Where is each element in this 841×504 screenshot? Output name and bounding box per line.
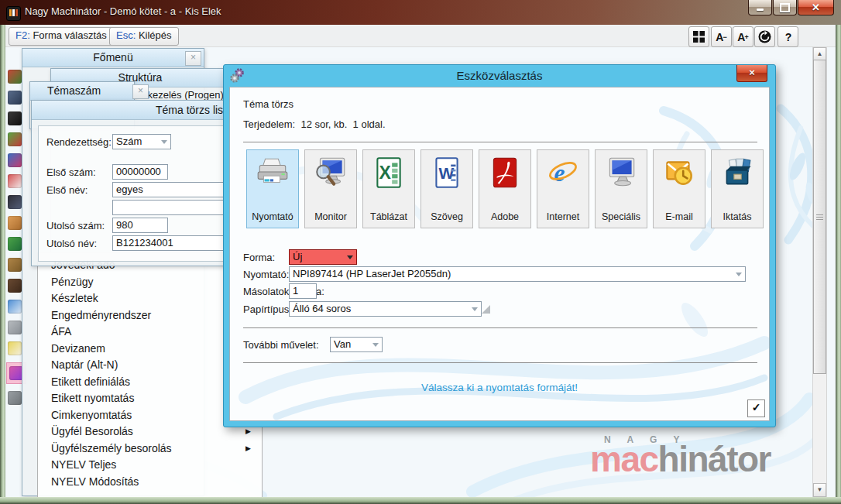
dialog-eszkozvalasztas: Eszközválasztás × Téma törzs Terjedelem:… [223, 64, 776, 427]
chevron-down-icon [347, 255, 353, 262]
application-window: Főmenü × Struktúra at kezelés (Progen) T… [0, 0, 841, 504]
minimize-icon [757, 9, 764, 11]
device-label: Iktatás [712, 211, 763, 222]
temaszam-titlebar[interactable]: Témaszám [30, 82, 134, 101]
device-excel-button[interactable]: XTáblázat [362, 149, 415, 228]
minimize-button[interactable] [748, 0, 772, 15]
elso-szam-input[interactable]: 00000000 [112, 164, 168, 180]
device-label: Internet [537, 211, 589, 222]
vertical-scrollbar[interactable]: ▲ ▼ [812, 46, 827, 498]
help-button[interactable]: ? [777, 26, 798, 47]
tovabbi-label: További művelet: [243, 339, 319, 351]
rendezettseg-select[interactable]: Szám [112, 134, 171, 149]
font-decrease-button[interactable]: A− [711, 26, 732, 47]
app-icon[interactable] [8, 70, 22, 84]
app-icon[interactable] [8, 321, 22, 334]
tema-torzs-title: Téma törzs lis [156, 101, 223, 119]
app-icon[interactable] [8, 258, 22, 272]
device-archive-button[interactable]: Iktatás [711, 149, 764, 228]
maximize-icon [780, 3, 790, 12]
menu-item[interactable]: Ügyfélszemély besorolás▶ [38, 441, 262, 458]
window-frame-left [0, 23, 5, 504]
papirtipus-select[interactable]: Álló 64 soros [289, 301, 482, 317]
resize-handle[interactable] [482, 305, 490, 314]
app-icon[interactable] [8, 216, 22, 230]
device-label: Táblázat [363, 211, 414, 222]
navigate-button[interactable] [754, 26, 775, 47]
papirtipus-label: Papírtípus: [243, 303, 292, 315]
app-icon[interactable] [8, 111, 22, 125]
dialog-subject: Téma törzs [243, 98, 293, 110]
internet-explorer-icon: e [545, 156, 581, 189]
device-printer-button[interactable]: Nyomtató [246, 149, 299, 228]
app-icon[interactable] [8, 132, 22, 146]
monitor-search-icon [313, 156, 348, 189]
app-icon[interactable] [8, 91, 22, 105]
device-monitor-button[interactable]: Speciális [595, 149, 647, 228]
utolso-szam-input[interactable]: 980 [112, 218, 168, 233]
app-icon[interactable] [8, 237, 22, 251]
app-icon[interactable] [8, 153, 22, 167]
tovabbi-select[interactable]: Van [330, 337, 383, 352]
toolbar: F2: Forma választás Esc: Kilépés A−A+? [5, 25, 836, 47]
app-icon[interactable] [8, 279, 22, 293]
forma-label: Forma: [243, 252, 275, 263]
fomenu-titlebar[interactable]: Főmenü [22, 49, 204, 67]
device-outlook-button[interactable]: E-mail [653, 149, 705, 228]
device-monitor-search-button[interactable]: Monitor [304, 149, 357, 228]
word-icon: W [429, 156, 465, 189]
window-titlebar[interactable]: Nagy Machinátor - Demó kötet - a - Kis E… [0, 0, 841, 25]
device-label: Adobe [479, 211, 530, 222]
nyomtato-select[interactable]: NPI897414 (HP LaserJet P2055dn) [289, 266, 746, 282]
chevron-down-icon [736, 273, 742, 279]
menu-item-label: Ügyfél Besorolás [51, 425, 133, 437]
device-pdf-button[interactable]: Adobe [479, 149, 531, 228]
forma-valasztas-button[interactable]: F2: Forma választás [9, 27, 114, 46]
masolatok-input[interactable]: 1 [289, 283, 317, 299]
thumb-grip [816, 217, 823, 218]
window-frame-bottom [0, 497, 841, 504]
chevron-down-icon [161, 140, 167, 147]
dialog-titlebar[interactable]: Eszközválasztás × [224, 65, 775, 87]
device-label: Szöveg [421, 211, 472, 222]
app-icon[interactable] [8, 300, 22, 314]
utolso-nev-label: Utolsó név: [46, 238, 97, 249]
window-title: Nagy Machinátor - Demó kötet - a - Kis E… [25, 5, 221, 17]
brand-watermark: N A G Y machinátor [590, 435, 771, 477]
app-icon[interactable] [8, 174, 22, 188]
device-label: E-mail [654, 211, 705, 222]
excel-icon: X [371, 156, 407, 189]
close-button[interactable]: ✕ [798, 0, 834, 15]
device-internet-explorer-button[interactable]: eInternet [537, 149, 589, 228]
submenu-arrow-icon: ▶ [245, 441, 251, 458]
nyomtato-label: Nyomtató: [243, 269, 289, 280]
chevron-down-icon [472, 307, 478, 314]
printer-icon [255, 156, 290, 189]
fomenu-close-button[interactable]: × [185, 51, 201, 66]
temaszam-title: Témaszám [47, 84, 101, 97]
scrollbar-thumb[interactable] [813, 60, 826, 374]
app-icon[interactable] [8, 391, 22, 405]
kilepes-button[interactable]: Esc: Kilépés [109, 27, 179, 46]
dialog-title: Eszközválasztás [457, 69, 543, 82]
archive-icon [719, 156, 755, 189]
maximize-button[interactable] [773, 0, 797, 15]
app-icon[interactable] [8, 195, 22, 209]
gears-icon [229, 67, 246, 84]
menu-item-label: ÁFA [51, 325, 71, 338]
app-icon[interactable] [8, 341, 22, 355]
menu-item-label: Cimkenyomtatás [51, 409, 132, 421]
view-grid-icon [693, 31, 705, 43]
confirm-button[interactable]: ✓ [747, 399, 765, 417]
forma-select[interactable]: Új [289, 249, 357, 265]
elso-nev-label: Első név: [46, 184, 88, 196]
temaszam-close-button[interactable]: × [132, 84, 149, 99]
menu-item[interactable]: NYELV Teljes [38, 457, 262, 474]
dialog-close-button[interactable]: × [736, 65, 767, 82]
menu-item-label: Engedményrendszer [51, 309, 151, 321]
scroll-down-button[interactable]: ▼ [813, 483, 826, 497]
device-word-button[interactable]: WSzöveg [420, 149, 473, 228]
font-increase-button[interactable]: A+ [733, 26, 753, 47]
view-grid-button[interactable] [688, 26, 709, 47]
menu-item[interactable]: NYELV Módosítás [38, 474, 262, 491]
